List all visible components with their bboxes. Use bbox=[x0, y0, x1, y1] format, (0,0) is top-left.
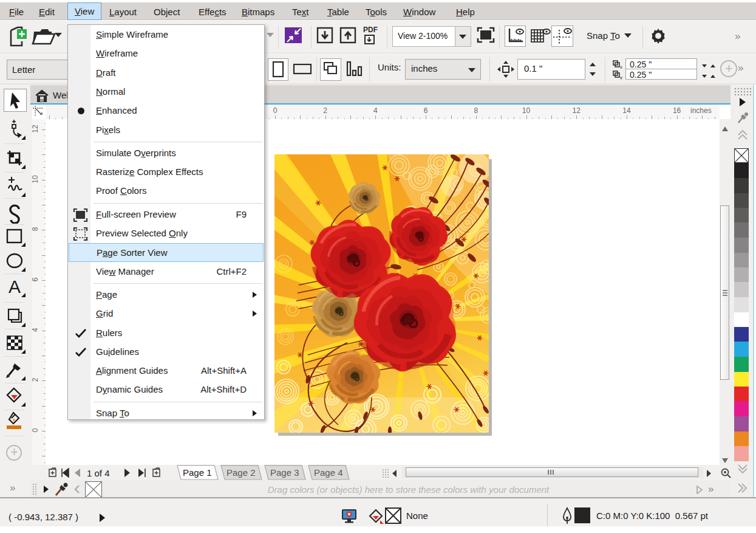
svg-text:x: x bbox=[620, 64, 622, 69]
svg-text:A: A bbox=[9, 277, 21, 297]
svg-text:y: y bbox=[620, 75, 622, 80]
